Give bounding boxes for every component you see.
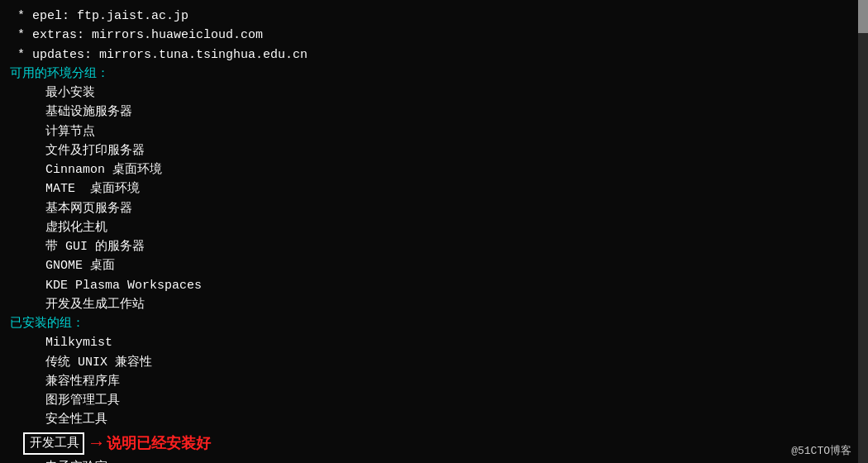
line-installed-groups: 已安装的组： xyxy=(10,314,858,333)
scrollbar[interactable] xyxy=(858,0,868,463)
line-available-groups: 可用的环境分组： xyxy=(10,64,858,84)
line-milkymist: Milkymist xyxy=(10,333,858,352)
line-infra-server: 基础设施服务器 xyxy=(10,103,858,122)
line-epel: * epel: ftp.jaist.ac.jp xyxy=(10,7,858,26)
line-min-install: 最小安装 xyxy=(10,84,858,103)
line-gui-server: 带 GUI 的服务器 xyxy=(10,237,858,256)
line-electronic-lab: 电子实验室 xyxy=(10,458,858,463)
line-compat-lib: 兼容性程序库 xyxy=(10,372,858,391)
line-compute-node: 计算节点 xyxy=(10,122,858,141)
line-gnome: GNOME 桌面 xyxy=(10,256,858,275)
line-virtualization: 虚拟化主机 xyxy=(10,218,858,237)
dev-tools-boxed: 开发工具 xyxy=(23,432,84,455)
line-kde: KDE Plasma Workspaces xyxy=(10,276,858,295)
watermark: @51CTO博客 xyxy=(791,443,851,458)
scrollbar-thumb[interactable] xyxy=(858,0,868,33)
line-cinnamon: Cinnamon 桌面环境 xyxy=(10,160,858,179)
line-updates: * updates: mirrors.tuna.tsinghua.edu.cn xyxy=(10,45,858,64)
dev-tools-row: 开发工具 → 说明已经安装好 xyxy=(23,430,858,458)
annotation-arrow: → xyxy=(91,430,102,458)
line-file-print: 文件及打印服务器 xyxy=(10,141,858,160)
line-devstation: 开发及生成工作站 xyxy=(10,295,858,314)
line-extras: * extras: mirrors.huaweicloud.com xyxy=(10,26,858,45)
line-security-tools: 安全性工具 xyxy=(10,410,858,429)
terminal: * epel: ftp.jaist.ac.jp * extras: mirror… xyxy=(0,0,868,463)
line-graphical-admin: 图形管理工具 xyxy=(10,391,858,410)
annotation-text: 说明已经安装好 xyxy=(107,432,211,456)
line-mate: MATE 桌面环境 xyxy=(10,179,858,198)
line-web-server: 基本网页服务器 xyxy=(10,199,858,218)
line-compat-unix: 传统 UNIX 兼容性 xyxy=(10,353,858,372)
